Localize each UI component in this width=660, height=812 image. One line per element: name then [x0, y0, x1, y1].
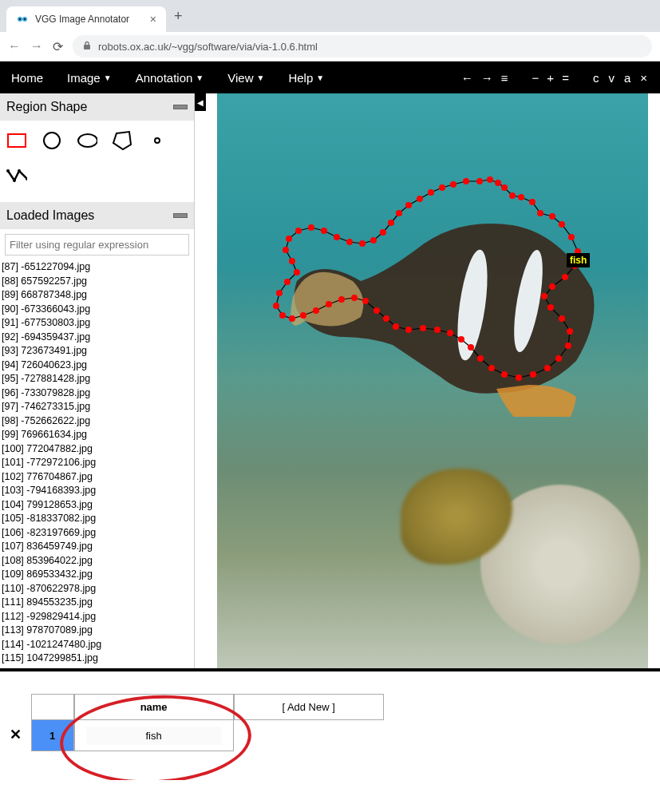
filter-input[interactable] — [5, 234, 189, 255]
image-list-item[interactable]: [106] -823197669.jpg — [2, 526, 191, 541]
browser-chrome: VGG Image Annotator × + ← → ⟳ robots.ox.… — [0, 0, 660, 61]
back-icon[interactable]: ← — [8, 39, 21, 53]
svg-marker-8 — [113, 132, 131, 149]
image-list-item[interactable]: [111] 894553235.jpg — [2, 596, 191, 610]
image-list-item[interactable]: [102] 776704867.jpg — [2, 470, 191, 485]
chevron-down-icon: ▼ — [104, 73, 112, 82]
image-list-item[interactable]: [105] -818337082.jpg — [2, 512, 191, 526]
paste-icon[interactable]: v — [608, 71, 616, 85]
zoom-out-icon[interactable]: − — [532, 71, 539, 85]
image-list-item[interactable]: [94] 726040623.jpg — [2, 358, 191, 373]
chevron-down-icon: ▼ — [196, 73, 204, 82]
image-list-item[interactable]: [96] -733079828.jpg — [2, 386, 191, 401]
image-list-item[interactable]: [90] -673366043.jpg — [2, 303, 191, 317]
photo-background: fish — [217, 93, 648, 668]
svg-rect-5 — [8, 134, 26, 147]
svg-point-3 — [24, 18, 26, 20]
image-list[interactable]: [87] -651227094.jpg[88] 657592257.jpg[89… — [0, 260, 194, 668]
region-shape-header: Region Shape — [0, 93, 194, 121]
svg-point-12 — [18, 169, 21, 172]
close-panel-icon[interactable]: ✕ — [10, 727, 22, 743]
image-list-item[interactable]: [103] -794168393.jpg — [2, 484, 191, 498]
image-list-item[interactable]: [107] 836459749.jpg — [2, 540, 191, 554]
attribute-panel: ✕ 1 name [ Add New ] — [0, 668, 660, 780]
image-list-item[interactable]: [98] -752662622.jpg — [2, 414, 191, 429]
polyline-tool[interactable] — [6, 165, 27, 186]
delete-icon[interactable]: × — [640, 71, 649, 85]
chevron-down-icon: ▼ — [316, 73, 324, 82]
zoom-reset-icon[interactable]: = — [562, 71, 569, 85]
tab-title: VGG Image Annotator — [35, 14, 144, 25]
attr-header-blank — [32, 695, 73, 720]
panel-toggle-icon[interactable] — [173, 213, 188, 218]
svg-point-10 — [6, 169, 10, 172]
image-list-item[interactable]: [88] 657592257.jpg — [2, 275, 191, 289]
image-list-item[interactable]: [110] -870622978.jpg — [2, 582, 191, 596]
tab-close-icon[interactable]: × — [150, 13, 156, 26]
url-bar[interactable]: robots.ox.ac.uk/~vgg/software/via/via-1.… — [73, 35, 652, 57]
image-list-item[interactable]: [95] -727881428.jpg — [2, 372, 191, 386]
attr-value-input[interactable] — [86, 727, 222, 745]
image-list-item[interactable]: [87] -651227094.jpg — [2, 260, 191, 275]
lock-icon — [82, 41, 92, 53]
fish-illustration — [273, 177, 608, 417]
region-label: fish — [567, 253, 590, 267]
browser-tab[interactable]: VGG Image Annotator × — [6, 6, 166, 32]
image-list-item[interactable]: [97] -746273315.jpg — [2, 400, 191, 414]
panel-toggle-icon[interactable] — [173, 105, 188, 109]
canvas-area: ◀ fish — [195, 93, 660, 668]
menu-left: Home Image▼ Annotation▼ View▼ Help▼ — [11, 71, 324, 85]
reload-icon[interactable]: ⟳ — [53, 39, 63, 54]
point-tool[interactable] — [147, 130, 168, 151]
new-tab-button[interactable]: + — [166, 8, 191, 25]
image-list-item[interactable]: [91] -677530803.jpg — [2, 316, 191, 331]
zoom-in-icon[interactable]: + — [547, 71, 554, 85]
attr-add-new-button[interactable]: [ Add New ] — [235, 695, 383, 720]
ellipse-tool[interactable] — [77, 130, 97, 151]
menu-help[interactable]: Help▼ — [288, 71, 324, 85]
attr-row-index[interactable]: 1 — [32, 720, 73, 751]
image-list-item[interactable]: [89] 668787348.jpg — [2, 288, 191, 303]
next-image-icon[interactable]: → — [481, 71, 493, 85]
image-list-item[interactable]: [112] -929829414.jpg — [2, 610, 191, 624]
attr-col-add: [ Add New ] — [234, 694, 384, 720]
image-list-item[interactable]: [114] -1021247480.jpg — [2, 638, 191, 652]
menu-view[interactable]: View▼ — [227, 71, 264, 85]
image-list-item[interactable]: [100] 772047882.jpg — [2, 442, 191, 457]
image-list-item[interactable]: [93] 723673491.jpg — [2, 344, 191, 358]
svg-point-6 — [44, 133, 60, 149]
image-list-item[interactable]: [115] 1047299851.jpg — [2, 652, 191, 666]
image-list-item[interactable]: [113] 978707089.jpg — [2, 624, 191, 638]
canvas-photo[interactable]: fish — [217, 93, 648, 668]
tab-bar: VGG Image Annotator × + — [0, 0, 660, 32]
sidebar-collapse-button[interactable]: ◀ — [195, 93, 206, 111]
menu-image[interactable]: Image▼ — [67, 71, 112, 85]
image-list-item[interactable]: [101] -772972106.jpg — [2, 456, 191, 470]
image-list-item[interactable]: [99] 769661634.jpg — [2, 428, 191, 442]
select-all-icon[interactable]: a — [624, 71, 632, 85]
svg-point-11 — [13, 179, 16, 182]
svg-point-2 — [19, 18, 21, 20]
loaded-images-header: Loaded Images — [0, 202, 194, 229]
image-list-item[interactable]: [104] 799128653.jpg — [2, 498, 191, 513]
forward-icon: → — [30, 39, 43, 53]
list-icon[interactable]: ≡ — [501, 71, 508, 85]
loaded-images-section: Loaded Images [87] -651227094.jpg[88] 65… — [0, 202, 194, 668]
copy-icon[interactable]: c — [593, 71, 601, 85]
svg-point-9 — [155, 138, 160, 143]
shape-tools — [0, 121, 194, 196]
circle-tool[interactable] — [41, 130, 62, 151]
menu-home[interactable]: Home — [11, 71, 43, 85]
image-list-item[interactable]: [109] 869533432.jpg — [2, 568, 191, 582]
loaded-images-title: Loaded Images — [6, 208, 94, 223]
main-layout: Region Shape Loaded Images [87] -6512270… — [0, 93, 660, 668]
polygon-tool[interactable] — [112, 130, 132, 151]
image-list-item[interactable]: [92] -694359437.jpg — [2, 331, 191, 345]
menu-right: ← → ≡ − + = c v a × — [461, 71, 649, 85]
sidebar: Region Shape Loaded Images [87] -6512270… — [0, 93, 195, 668]
prev-image-icon[interactable]: ← — [461, 71, 473, 85]
rect-tool[interactable] — [6, 130, 27, 151]
image-list-item[interactable]: [108] 853964022.jpg — [2, 554, 191, 568]
menu-annotation[interactable]: Annotation▼ — [136, 71, 204, 85]
app-menu: Home Image▼ Annotation▼ View▼ Help▼ ← → … — [0, 61, 660, 93]
